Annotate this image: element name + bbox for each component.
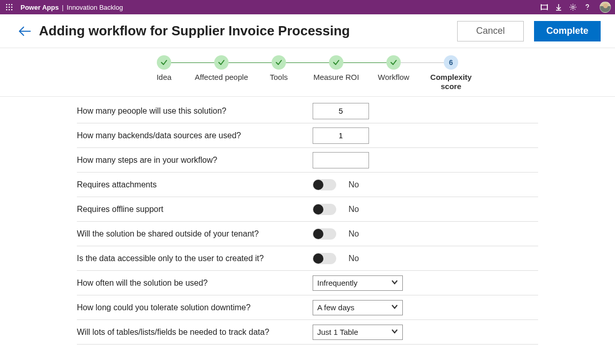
- toggle-value-label: No: [348, 229, 369, 239]
- back-arrow-icon[interactable]: [14, 21, 35, 41]
- toggle-value-label: No: [348, 205, 369, 214]
- question-label: How many peoople will use this solution?: [77, 106, 313, 116]
- step-workflow[interactable]: Workflow: [365, 55, 422, 82]
- question-label: Requires offline support: [77, 205, 313, 214]
- frequency-select[interactable]: Infrequently: [313, 275, 403, 291]
- brand-label: Power Apps: [20, 4, 59, 11]
- step-complexity-score[interactable]: 6 Complexity score: [422, 55, 480, 91]
- svg-point-8: [11, 9, 13, 11]
- step-label: Complexity score: [422, 73, 480, 91]
- row-shared-outside: Will the solution be shared outside of y…: [77, 222, 538, 246]
- toggle-value-label: No: [348, 254, 369, 263]
- select-value: A few days: [317, 303, 355, 312]
- user-avatar[interactable]: [600, 2, 611, 13]
- help-icon[interactable]: [580, 0, 594, 14]
- row-data-private: Is the data accessible only to the user …: [77, 246, 538, 271]
- app-name-label: Innovation Backlog: [67, 4, 123, 11]
- step-label: Affected people: [193, 73, 250, 82]
- backends-input[interactable]: [313, 127, 369, 144]
- question-label: How many backends/data sources are used?: [77, 131, 313, 140]
- download-icon[interactable]: [551, 0, 566, 14]
- step-label: Idea: [135, 73, 193, 82]
- complexity-form: How many peoople will use this solution?…: [77, 99, 538, 355]
- svg-point-14: [572, 6, 574, 8]
- question-label: Will the solution be shared outside of y…: [77, 229, 313, 239]
- brand-separator: |: [62, 4, 64, 11]
- step-idea[interactable]: Idea: [135, 55, 193, 82]
- chevron-down-icon: [391, 279, 398, 287]
- settings-gear-icon[interactable]: [566, 0, 580, 14]
- row-tables: Will lots of tables/lists/fields be need…: [77, 320, 538, 345]
- select-value: Just 1 Table: [317, 328, 358, 336]
- svg-point-2: [11, 4, 13, 6]
- select-value: Infrequently: [317, 279, 357, 287]
- toggle-value-label: No: [348, 180, 369, 189]
- step-label: Workflow: [365, 73, 422, 82]
- cancel-button[interactable]: Cancel: [457, 21, 524, 41]
- chevron-down-icon: [391, 328, 398, 336]
- question-label: How often will the solution be used?: [77, 279, 313, 288]
- users-input[interactable]: [313, 103, 369, 119]
- app-launcher-icon[interactable]: [4, 2, 14, 12]
- check-icon: [157, 55, 171, 70]
- data-private-toggle[interactable]: [313, 253, 336, 264]
- check-icon: [386, 55, 401, 70]
- page-title: Adding workflow for Supplier Invoice Pro…: [39, 23, 457, 39]
- question-label: Is the data accessible only to the user …: [77, 254, 313, 263]
- svg-point-7: [9, 9, 10, 11]
- row-steps: How many steps are in your workflow?: [77, 148, 538, 173]
- attachments-toggle[interactable]: [313, 179, 336, 190]
- row-users: How many peoople will use this solution?: [77, 99, 538, 123]
- check-icon: [214, 55, 229, 70]
- check-icon: [272, 55, 286, 70]
- offline-toggle[interactable]: [313, 204, 336, 215]
- row-offline: Requires offline support No: [77, 197, 538, 222]
- page-header: Adding workflow for Supplier Invoice Pro…: [0, 14, 615, 48]
- tables-select[interactable]: Just 1 Table: [313, 325, 403, 340]
- question-label: Requires attachments: [77, 180, 313, 189]
- svg-point-1: [9, 4, 10, 6]
- downtime-select[interactable]: A few days: [313, 300, 403, 315]
- step-label: Tools: [250, 73, 308, 82]
- step-label: Measure ROI: [308, 73, 365, 82]
- step-measure-roi[interactable]: Measure ROI: [308, 55, 365, 82]
- step-number-badge: 6: [444, 55, 458, 70]
- question-label: How long could you tolerate solution dow…: [77, 303, 313, 312]
- row-attachments: Requires attachments No: [77, 173, 538, 197]
- svg-point-0: [6, 4, 8, 6]
- question-label: How many steps are in your workflow?: [77, 156, 313, 165]
- step-tools[interactable]: Tools: [250, 55, 308, 82]
- svg-point-15: [587, 9, 588, 10]
- svg-point-4: [9, 7, 10, 8]
- svg-point-3: [6, 7, 8, 8]
- svg-point-5: [11, 7, 13, 8]
- row-downtime: How long could you tolerate solution dow…: [77, 295, 538, 320]
- step-affected-people[interactable]: Affected people: [193, 55, 250, 82]
- svg-point-6: [6, 9, 8, 11]
- question-label: Will lots of tables/lists/fields be need…: [77, 328, 313, 337]
- row-frequency: How often will the solution be used? Inf…: [77, 271, 538, 295]
- progress-stepper: Idea Affected people Tools Measure ROI W…: [0, 48, 615, 97]
- row-backends: How many backends/data sources are used?: [77, 123, 538, 148]
- chevron-down-icon: [391, 303, 398, 312]
- steps-input[interactable]: [313, 152, 369, 168]
- shared-outside-toggle[interactable]: [313, 228, 336, 240]
- complete-button[interactable]: Complete: [534, 21, 601, 41]
- app-top-bar: Power Apps | Innovation Backlog: [0, 0, 615, 14]
- check-icon: [329, 55, 343, 70]
- fit-to-window-icon[interactable]: [537, 0, 551, 14]
- svg-rect-9: [541, 5, 547, 9]
